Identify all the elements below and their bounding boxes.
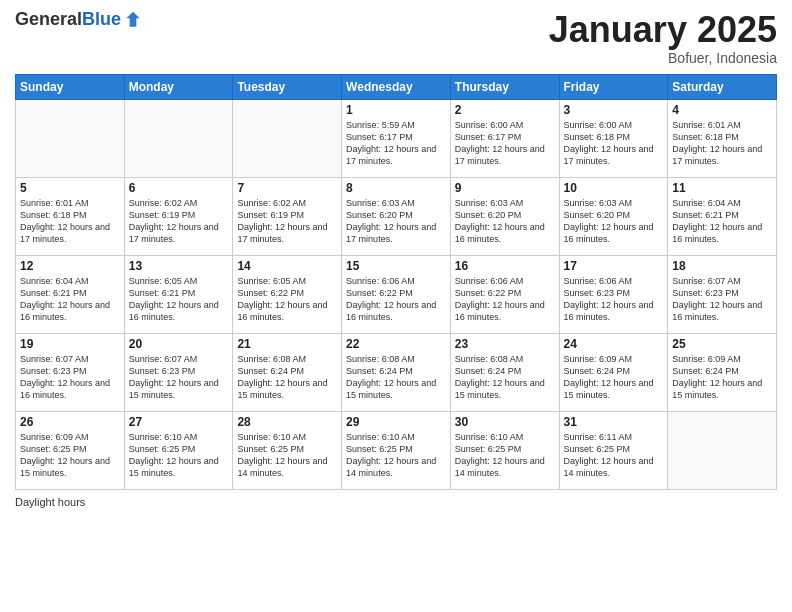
- table-row: 16Sunrise: 6:06 AM Sunset: 6:22 PM Dayli…: [450, 255, 559, 333]
- day-info: Sunrise: 6:04 AM Sunset: 6:21 PM Dayligh…: [672, 197, 772, 246]
- day-number: 12: [20, 259, 120, 273]
- day-info: Sunrise: 6:02 AM Sunset: 6:19 PM Dayligh…: [237, 197, 337, 246]
- day-info: Sunrise: 6:08 AM Sunset: 6:24 PM Dayligh…: [455, 353, 555, 402]
- day-number: 6: [129, 181, 229, 195]
- day-number: 21: [237, 337, 337, 351]
- day-number: 8: [346, 181, 446, 195]
- day-info: Sunrise: 6:07 AM Sunset: 6:23 PM Dayligh…: [129, 353, 229, 402]
- day-number: 28: [237, 415, 337, 429]
- table-row: [668, 411, 777, 489]
- col-tuesday: Tuesday: [233, 74, 342, 99]
- calendar-week-row: 5Sunrise: 6:01 AM Sunset: 6:18 PM Daylig…: [16, 177, 777, 255]
- day-number: 1: [346, 103, 446, 117]
- header: GeneralBlue January 2025 Bofuer, Indones…: [15, 10, 777, 66]
- day-info: Sunrise: 6:00 AM Sunset: 6:18 PM Dayligh…: [564, 119, 664, 168]
- table-row: 9Sunrise: 6:03 AM Sunset: 6:20 PM Daylig…: [450, 177, 559, 255]
- day-info: Sunrise: 6:05 AM Sunset: 6:21 PM Dayligh…: [129, 275, 229, 324]
- calendar-week-row: 19Sunrise: 6:07 AM Sunset: 6:23 PM Dayli…: [16, 333, 777, 411]
- footer-label: Daylight hours: [15, 496, 85, 508]
- day-number: 23: [455, 337, 555, 351]
- table-row: 2Sunrise: 6:00 AM Sunset: 6:17 PM Daylig…: [450, 99, 559, 177]
- day-info: Sunrise: 6:09 AM Sunset: 6:24 PM Dayligh…: [672, 353, 772, 402]
- day-number: 27: [129, 415, 229, 429]
- day-info: Sunrise: 6:01 AM Sunset: 6:18 PM Dayligh…: [20, 197, 120, 246]
- logo-icon: [123, 10, 143, 30]
- col-thursday: Thursday: [450, 74, 559, 99]
- table-row: 4Sunrise: 6:01 AM Sunset: 6:18 PM Daylig…: [668, 99, 777, 177]
- page: GeneralBlue January 2025 Bofuer, Indones…: [0, 0, 792, 612]
- table-row: 12Sunrise: 6:04 AM Sunset: 6:21 PM Dayli…: [16, 255, 125, 333]
- day-info: Sunrise: 6:10 AM Sunset: 6:25 PM Dayligh…: [346, 431, 446, 480]
- table-row: 11Sunrise: 6:04 AM Sunset: 6:21 PM Dayli…: [668, 177, 777, 255]
- day-number: 18: [672, 259, 772, 273]
- logo-general: GeneralBlue: [15, 10, 121, 30]
- day-number: 31: [564, 415, 664, 429]
- day-info: Sunrise: 6:09 AM Sunset: 6:25 PM Dayligh…: [20, 431, 120, 480]
- day-info: Sunrise: 6:03 AM Sunset: 6:20 PM Dayligh…: [564, 197, 664, 246]
- day-info: Sunrise: 6:06 AM Sunset: 6:23 PM Dayligh…: [564, 275, 664, 324]
- table-row: 20Sunrise: 6:07 AM Sunset: 6:23 PM Dayli…: [124, 333, 233, 411]
- col-sunday: Sunday: [16, 74, 125, 99]
- day-number: 16: [455, 259, 555, 273]
- calendar-week-row: 26Sunrise: 6:09 AM Sunset: 6:25 PM Dayli…: [16, 411, 777, 489]
- table-row: 22Sunrise: 6:08 AM Sunset: 6:24 PM Dayli…: [342, 333, 451, 411]
- table-row: 8Sunrise: 6:03 AM Sunset: 6:20 PM Daylig…: [342, 177, 451, 255]
- table-row: [124, 99, 233, 177]
- table-row: 24Sunrise: 6:09 AM Sunset: 6:24 PM Dayli…: [559, 333, 668, 411]
- day-number: 17: [564, 259, 664, 273]
- table-row: 1Sunrise: 5:59 AM Sunset: 6:17 PM Daylig…: [342, 99, 451, 177]
- day-info: Sunrise: 6:00 AM Sunset: 6:17 PM Dayligh…: [455, 119, 555, 168]
- day-number: 5: [20, 181, 120, 195]
- table-row: 26Sunrise: 6:09 AM Sunset: 6:25 PM Dayli…: [16, 411, 125, 489]
- table-row: 29Sunrise: 6:10 AM Sunset: 6:25 PM Dayli…: [342, 411, 451, 489]
- location: Bofuer, Indonesia: [549, 50, 777, 66]
- table-row: 3Sunrise: 6:00 AM Sunset: 6:18 PM Daylig…: [559, 99, 668, 177]
- day-number: 19: [20, 337, 120, 351]
- table-row: 19Sunrise: 6:07 AM Sunset: 6:23 PM Dayli…: [16, 333, 125, 411]
- day-info: Sunrise: 6:04 AM Sunset: 6:21 PM Dayligh…: [20, 275, 120, 324]
- day-number: 30: [455, 415, 555, 429]
- table-row: 7Sunrise: 6:02 AM Sunset: 6:19 PM Daylig…: [233, 177, 342, 255]
- day-number: 10: [564, 181, 664, 195]
- table-row: [233, 99, 342, 177]
- table-row: 13Sunrise: 6:05 AM Sunset: 6:21 PM Dayli…: [124, 255, 233, 333]
- table-row: 23Sunrise: 6:08 AM Sunset: 6:24 PM Dayli…: [450, 333, 559, 411]
- day-number: 25: [672, 337, 772, 351]
- table-row: 18Sunrise: 6:07 AM Sunset: 6:23 PM Dayli…: [668, 255, 777, 333]
- col-friday: Friday: [559, 74, 668, 99]
- day-number: 15: [346, 259, 446, 273]
- day-info: Sunrise: 6:10 AM Sunset: 6:25 PM Dayligh…: [237, 431, 337, 480]
- table-row: 30Sunrise: 6:10 AM Sunset: 6:25 PM Dayli…: [450, 411, 559, 489]
- month-title: January 2025: [549, 10, 777, 50]
- day-info: Sunrise: 6:06 AM Sunset: 6:22 PM Dayligh…: [346, 275, 446, 324]
- col-saturday: Saturday: [668, 74, 777, 99]
- table-row: 5Sunrise: 6:01 AM Sunset: 6:18 PM Daylig…: [16, 177, 125, 255]
- day-number: 20: [129, 337, 229, 351]
- table-row: 27Sunrise: 6:10 AM Sunset: 6:25 PM Dayli…: [124, 411, 233, 489]
- day-info: Sunrise: 6:07 AM Sunset: 6:23 PM Dayligh…: [672, 275, 772, 324]
- day-number: 26: [20, 415, 120, 429]
- day-number: 22: [346, 337, 446, 351]
- table-row: 25Sunrise: 6:09 AM Sunset: 6:24 PM Dayli…: [668, 333, 777, 411]
- day-info: Sunrise: 6:03 AM Sunset: 6:20 PM Dayligh…: [455, 197, 555, 246]
- day-info: Sunrise: 6:01 AM Sunset: 6:18 PM Dayligh…: [672, 119, 772, 168]
- day-number: 7: [237, 181, 337, 195]
- col-wednesday: Wednesday: [342, 74, 451, 99]
- day-info: Sunrise: 6:11 AM Sunset: 6:25 PM Dayligh…: [564, 431, 664, 480]
- table-row: 15Sunrise: 6:06 AM Sunset: 6:22 PM Dayli…: [342, 255, 451, 333]
- table-row: 10Sunrise: 6:03 AM Sunset: 6:20 PM Dayli…: [559, 177, 668, 255]
- day-info: Sunrise: 6:10 AM Sunset: 6:25 PM Dayligh…: [129, 431, 229, 480]
- calendar-week-row: 1Sunrise: 5:59 AM Sunset: 6:17 PM Daylig…: [16, 99, 777, 177]
- footer: Daylight hours: [15, 496, 777, 508]
- table-row: 31Sunrise: 6:11 AM Sunset: 6:25 PM Dayli…: [559, 411, 668, 489]
- table-row: [16, 99, 125, 177]
- logo: GeneralBlue: [15, 10, 143, 30]
- day-info: Sunrise: 6:02 AM Sunset: 6:19 PM Dayligh…: [129, 197, 229, 246]
- day-number: 13: [129, 259, 229, 273]
- table-row: 28Sunrise: 6:10 AM Sunset: 6:25 PM Dayli…: [233, 411, 342, 489]
- day-info: Sunrise: 6:09 AM Sunset: 6:24 PM Dayligh…: [564, 353, 664, 402]
- table-row: 21Sunrise: 6:08 AM Sunset: 6:24 PM Dayli…: [233, 333, 342, 411]
- col-monday: Monday: [124, 74, 233, 99]
- day-number: 24: [564, 337, 664, 351]
- title-block: January 2025 Bofuer, Indonesia: [549, 10, 777, 66]
